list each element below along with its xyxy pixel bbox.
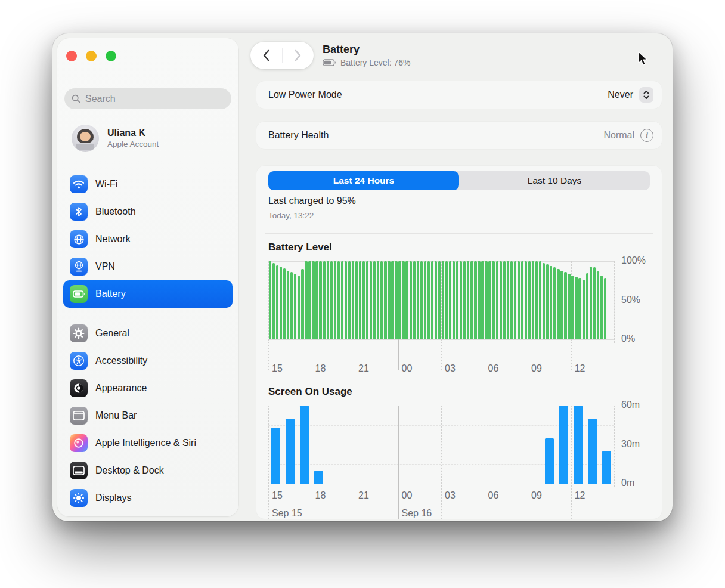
chart-bar <box>352 261 354 339</box>
tab-last-24-hours[interactable]: Last 24 Hours <box>268 171 459 190</box>
battery-level-plot: 1518210003060912100%50%0% <box>268 261 614 339</box>
chart-bar <box>460 261 462 339</box>
sidebar-item-battery[interactable]: Battery <box>63 280 233 308</box>
chart-bar <box>438 261 441 339</box>
chart-bar <box>571 276 574 339</box>
sidebar-item-wifi[interactable]: Wi-Fi <box>63 171 233 198</box>
chart-title: Screen On Usage <box>268 386 655 398</box>
chart-bar <box>337 261 340 339</box>
zoom-button[interactable] <box>106 51 116 61</box>
back-button[interactable] <box>250 42 282 69</box>
chart-bar <box>319 261 321 339</box>
chart-bar <box>604 278 606 339</box>
sidebar-group-general: General Accessibility Appearance <box>63 320 233 512</box>
chart-bar <box>481 261 484 339</box>
chart-bar <box>301 269 303 339</box>
chart-bar <box>276 265 278 339</box>
x-axis-tick-label: 21 <box>358 490 369 501</box>
y-axis-tick-label: 100% <box>621 255 655 266</box>
sidebar-item-label: Menu Bar <box>95 410 137 421</box>
chart-bar <box>445 261 448 339</box>
sidebar-item-label: Appearance <box>95 383 147 394</box>
gridline <box>571 406 572 519</box>
sidebar: Uliana K Apple Account Wi-Fi Bluetooth <box>57 38 238 516</box>
screen-on-usage-chart: Screen On Usage 1518210003060912Sep 15Se… <box>268 386 655 518</box>
gridline <box>441 406 442 519</box>
battery-health-row: Battery Health Normal i <box>256 122 662 149</box>
user-subtitle: Apple Account <box>107 139 159 150</box>
chart-bar <box>470 261 473 339</box>
chart-bar <box>345 261 347 339</box>
last-charged-time: Today, 13:22 <box>268 211 314 220</box>
sidebar-item-label: VPN <box>95 261 115 272</box>
sidebar-item-displays[interactable]: Displays <box>63 484 233 512</box>
chart-bar <box>496 261 498 339</box>
chart-bar <box>488 261 491 339</box>
x-axis-tick-label: 12 <box>575 363 585 374</box>
minimize-button[interactable] <box>86 51 97 61</box>
chart-bar <box>359 261 361 339</box>
chart-bar <box>507 261 509 339</box>
forward-button[interactable] <box>283 42 314 69</box>
x-axis-tick-label: 00 <box>402 363 413 374</box>
info-icon[interactable]: i <box>640 129 653 142</box>
chevron-right-icon <box>295 49 302 61</box>
chart-bar <box>560 271 563 339</box>
day-label: Sep 16 <box>402 508 432 519</box>
system-settings-window: Uliana K Apple Account Wi-Fi Bluetooth <box>52 33 673 521</box>
x-axis-tick-label: 00 <box>402 490 413 501</box>
sidebar-item-bluetooth[interactable]: Bluetooth <box>63 198 233 225</box>
chart-bar <box>478 261 480 339</box>
wifi-icon <box>70 175 88 193</box>
sidebar-item-label: General <box>95 328 129 339</box>
chart-bar <box>377 261 379 339</box>
chart-bar <box>294 274 296 339</box>
chart-bar <box>391 261 394 339</box>
chart-bar <box>380 261 383 339</box>
day-label: Sep 15 <box>272 508 302 519</box>
chart-bar <box>312 261 314 339</box>
tab-last-10-days[interactable]: Last 10 Days <box>459 171 650 190</box>
desktop: Uliana K Apple Account Wi-Fi Bluetooth <box>0 0 725 588</box>
gridline <box>355 406 355 519</box>
chart-bar <box>366 261 368 339</box>
sidebar-item-network[interactable]: Network <box>63 225 233 253</box>
sidebar-item-appearance[interactable]: Appearance <box>63 375 233 402</box>
gridline <box>398 406 399 519</box>
chart-bar <box>323 261 326 339</box>
x-axis-tick-label: 15 <box>272 363 283 374</box>
sidebar-item-accessibility[interactable]: Accessibility <box>63 347 233 375</box>
sidebar-item-vpn[interactable]: VPN <box>63 253 233 280</box>
window-controls <box>66 51 116 61</box>
y-axis-tick-label: 0m <box>621 478 655 488</box>
chart-bar <box>510 261 513 339</box>
sidebar-item-menu-bar[interactable]: Menu Bar <box>63 402 233 429</box>
chart-bar <box>590 267 592 339</box>
time-range-segmented-control: Last 24 Hours Last 10 Days <box>268 171 650 190</box>
x-axis-tick-label: 03 <box>445 363 456 374</box>
chart-bar <box>597 271 599 339</box>
battery-icon <box>70 285 88 303</box>
search-field[interactable] <box>64 88 231 109</box>
last-charged-title: Last charged to 95% <box>268 196 356 206</box>
sidebar-item-label: Apple Intelligence & Siri <box>95 438 196 448</box>
chevron-left-icon <box>262 49 269 61</box>
sidebar-item-apple-intelligence-siri[interactable]: Apple Intelligence & Siri <box>63 429 233 457</box>
x-axis-tick-label: 06 <box>488 490 499 501</box>
chart-bar <box>545 438 554 484</box>
chart-bar <box>308 261 311 339</box>
x-axis-tick-label: 03 <box>445 490 456 501</box>
search-input[interactable] <box>85 94 224 104</box>
close-button[interactable] <box>66 51 77 61</box>
chart-bar <box>286 419 295 484</box>
chart-bar <box>334 261 336 339</box>
sidebar-item-apple-account[interactable]: Uliana K Apple Account <box>64 120 231 156</box>
chart-bar <box>532 261 534 339</box>
sidebar-item-general[interactable]: General <box>63 320 233 347</box>
low-power-mode-popup-button[interactable] <box>639 87 653 103</box>
chart-bar <box>528 261 531 339</box>
chart-bar <box>388 261 390 339</box>
chart-bar <box>362 261 365 339</box>
accessibility-icon <box>70 352 88 370</box>
sidebar-item-desktop-dock[interactable]: Desktop & Dock <box>63 457 233 484</box>
